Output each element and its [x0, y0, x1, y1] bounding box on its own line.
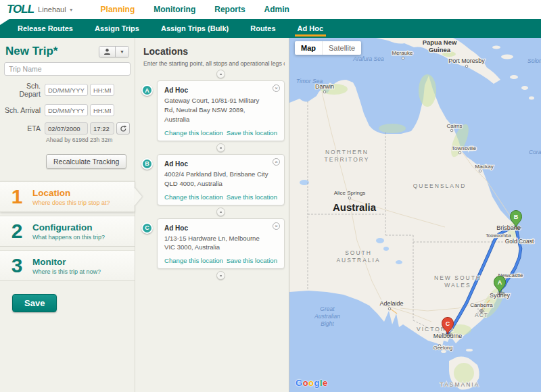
save-location-link[interactable]: Save this location	[227, 193, 277, 201]
marker-letter: B	[514, 214, 519, 220]
nav-planning[interactable]: Planning	[101, 5, 135, 14]
chevron-down-icon: ▼	[69, 7, 74, 12]
tab-ad-hoc[interactable]: Ad Hoc	[287, 19, 335, 38]
tab-release-routes[interactable]: Release Routes	[7, 19, 84, 38]
recalculate-tracking-button[interactable]: Recalculate Tracking	[46, 154, 126, 169]
location-type: Ad Hoc	[164, 87, 277, 94]
city-label: Darwin	[315, 83, 334, 90]
city-label: Gold Coast	[505, 238, 534, 245]
nav-admin[interactable]: Admin	[264, 5, 289, 14]
planning-subnav: Release Routes Assign Trips Assign Trips…	[0, 19, 541, 38]
depart-date-input[interactable]	[45, 84, 88, 96]
top-nav: Planning Monitoring Reports Admin	[101, 5, 289, 14]
remove-location-icon[interactable]: ×	[273, 222, 280, 230]
step-configuration[interactable]: 2 Configuration What happens on this tri…	[0, 216, 135, 247]
depart-label: Sch. Depart	[4, 82, 45, 98]
google-letter: e	[323, 378, 328, 388]
arrival-date-input[interactable]	[45, 104, 88, 116]
step-number: 3	[9, 255, 24, 276]
step-subtitle: Where does this trip stop at?	[32, 199, 110, 206]
refresh-eta-button[interactable]	[116, 122, 130, 134]
insert-stop-button[interactable]	[216, 207, 225, 216]
city-label: Townsville	[452, 145, 477, 151]
sea-label: Bight	[321, 320, 334, 327]
marker-letter: A	[498, 279, 502, 286]
location-type: Ad Hoc	[164, 224, 277, 232]
sea-label: Australian	[314, 313, 340, 320]
context-selector-label: Linehaul	[38, 5, 66, 14]
change-location-link[interactable]: Change this location	[164, 193, 223, 201]
trip-name-input[interactable]	[4, 62, 131, 76]
chevron-down-icon: ▼	[120, 49, 124, 54]
change-location-link[interactable]: Change this location	[164, 129, 223, 137]
refresh-icon	[120, 125, 127, 132]
step-title: Configuration	[32, 222, 105, 232]
eta-time-value	[90, 122, 114, 134]
insert-stop-button[interactable]	[216, 143, 225, 152]
region-label: WALES	[444, 282, 471, 289]
top-header: TOLL Linehaul ▼ Planning Monitoring Repo…	[0, 0, 541, 19]
capital-dot	[480, 310, 484, 313]
assign-user-button[interactable]	[99, 47, 115, 57]
region-label: NEW SOUTH	[434, 274, 481, 281]
new-trip-panel: New Trip* ▼ Sch. Depart Sch. Arrival ETA	[0, 38, 135, 392]
insert-stop-button[interactable]	[216, 70, 225, 78]
location-address: Gateway Court, 10/81-91 Military Rd, Neu…	[164, 96, 277, 124]
city-label: Mackay	[475, 164, 494, 170]
route-map[interactable]: Map Satellite Google	[289, 38, 541, 392]
remove-location-icon[interactable]: ×	[273, 84, 280, 92]
page-title: New Trip*	[5, 45, 57, 58]
map-canvas: Timor Sea Arafura Sea Solomon Sea Coral …	[289, 38, 541, 392]
location-address: 4002/4 Parkland Blvd, Brisbane City QLD …	[164, 170, 277, 189]
city-label: Geelong	[433, 345, 452, 351]
depart-time-input[interactable]	[90, 84, 114, 96]
country-label: Guinea	[429, 46, 451, 53]
nav-reports[interactable]: Reports	[214, 5, 245, 14]
step-subtitle: What happens on this trip?	[32, 234, 105, 241]
locations-title: Locations	[143, 46, 285, 57]
remove-location-icon[interactable]: ×	[273, 158, 280, 166]
step-title: Monitor	[32, 257, 101, 267]
sea-label: Arafura Sea	[352, 55, 384, 62]
eta-date-value	[45, 122, 88, 134]
save-location-link[interactable]: Save this location	[227, 129, 277, 137]
toll-logo: TOLL	[0, 3, 38, 16]
sea-label: Coral Sea	[529, 149, 541, 155]
user-dropdown-button[interactable]: ▼	[115, 47, 128, 57]
trip-user-split-button: ▼	[99, 46, 129, 57]
google-letter: G	[296, 378, 303, 388]
nav-monitoring[interactable]: Monitoring	[154, 5, 195, 14]
step-subtitle: Where is this trip at now?	[32, 268, 101, 275]
locations-subtitle: Enter the starting point, all stops and …	[143, 60, 285, 67]
location-address: 1/13-15 Hardware Ln, Melbourne VIC 3000,…	[164, 234, 277, 253]
google-letter: o	[303, 378, 308, 388]
country-label: Australia	[333, 201, 377, 213]
stop-badge: A	[141, 84, 153, 96]
change-location-link[interactable]: Change this location	[164, 257, 223, 264]
context-selector[interactable]: Linehaul ▼	[38, 5, 74, 14]
tab-assign-trips-bulk[interactable]: Assign Trips (Bulk)	[150, 19, 239, 38]
save-button[interactable]: Save	[12, 294, 57, 312]
region-label: TASMANIA	[440, 381, 480, 388]
tab-assign-trips[interactable]: Assign Trips	[84, 19, 150, 38]
sea-label: Great	[320, 305, 335, 312]
tab-routes[interactable]: Routes	[239, 19, 286, 38]
step-monitor[interactable]: 3 Monitor Where is this trip at now?	[0, 250, 135, 281]
city-label: Port Moresby	[448, 57, 485, 64]
locations-panel: Locations Enter the starting point, all …	[135, 38, 289, 392]
step-title: Location	[32, 188, 110, 198]
stop-badge: B	[141, 158, 153, 170]
map-view-button[interactable]: Map	[295, 41, 322, 55]
step-location[interactable]: 1 Location Where does this trip stop at?	[0, 181, 135, 212]
marker-letter: C	[446, 320, 450, 327]
stop-badge: C	[141, 222, 153, 234]
arrival-time-input[interactable]	[90, 104, 114, 116]
country-label: Papua New	[423, 39, 457, 46]
satellite-view-button[interactable]: Satellite	[322, 41, 361, 55]
sea-label: Solomon Sea	[527, 57, 541, 64]
eta-label: ETA	[4, 124, 45, 132]
save-location-link[interactable]: Save this location	[227, 257, 277, 264]
insert-stop-button[interactable]	[216, 271, 225, 280]
trip-steps: 1 Location Where does this trip stop at?…	[0, 181, 135, 281]
region-label: QUEENSLAND	[413, 182, 467, 189]
